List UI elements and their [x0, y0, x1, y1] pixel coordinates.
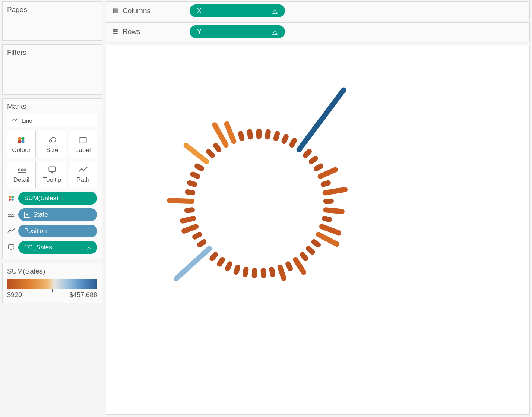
rows-shelf[interactable]: Rows Y△ — [106, 22, 530, 41]
svg-point-5 — [51, 137, 56, 142]
pages-title: Pages — [7, 6, 97, 14]
size-button[interactable]: Size — [38, 131, 67, 158]
svg-line-46 — [308, 249, 312, 252]
svg-line-34 — [305, 152, 309, 155]
svg-line-41 — [326, 210, 342, 211]
mark-type-dropdown[interactable]: Line — [7, 114, 97, 127]
tooltip-icon — [47, 165, 57, 175]
svg-point-1 — [21, 137, 25, 140]
svg-line-54 — [245, 269, 246, 275]
viz-canvas[interactable] — [106, 45, 530, 415]
svg-point-18 — [10, 214, 12, 215]
pill-x[interactable]: X△ — [190, 4, 285, 17]
svg-point-17 — [9, 214, 10, 215]
svg-line-36 — [316, 166, 321, 168]
size-icon — [47, 135, 57, 145]
mark-pill-colour: SUM(Sales) — [7, 192, 97, 205]
svg-line-70 — [186, 145, 207, 162]
mark-pill-detail: +State — [7, 208, 97, 221]
path-button[interactable]: Path — [69, 161, 97, 188]
pill-state[interactable]: +State — [18, 208, 97, 221]
svg-line-30 — [276, 133, 278, 139]
svg-point-0 — [18, 137, 22, 140]
detail-icon — [7, 211, 15, 219]
radial-chart — [106, 45, 529, 414]
rows-icon — [111, 28, 119, 35]
marks-panel: Marks Line Colour Size — [2, 98, 102, 259]
colour-icon — [7, 194, 15, 202]
legend-gradient — [7, 279, 97, 289]
svg-point-8 — [18, 169, 20, 171]
line-icon — [11, 117, 19, 124]
filters-title: Filters — [7, 48, 97, 57]
svg-line-29 — [267, 132, 268, 137]
pill-tc-sales[interactable]: TC_Sales△ — [18, 241, 97, 254]
svg-line-33 — [299, 90, 344, 149]
svg-line-63 — [183, 218, 193, 221]
marks-title: Marks — [7, 102, 97, 111]
delta-icon: △ — [272, 7, 278, 15]
path-icon — [7, 227, 15, 235]
columns-shelf[interactable]: Columns X△ — [106, 1, 530, 20]
svg-line-73 — [215, 125, 226, 145]
label-icon: T — [78, 135, 88, 145]
svg-line-64 — [187, 210, 192, 210]
svg-point-3 — [21, 140, 25, 143]
legend-max: $457,688 — [69, 291, 97, 299]
label-button[interactable]: T Label — [69, 131, 97, 158]
svg-line-45 — [314, 242, 318, 245]
svg-line-48 — [295, 260, 304, 272]
svg-line-57 — [219, 260, 222, 264]
svg-line-74 — [227, 124, 234, 141]
tooltip-icon — [7, 243, 15, 252]
svg-rect-27 — [113, 33, 117, 34]
tooltip-button[interactable]: Tooltip — [38, 161, 67, 188]
svg-line-68 — [193, 174, 198, 176]
svg-point-19 — [13, 214, 14, 215]
svg-line-75 — [241, 133, 242, 139]
svg-line-44 — [319, 234, 337, 244]
svg-point-2 — [18, 140, 22, 143]
svg-line-61 — [195, 234, 199, 237]
svg-rect-25 — [113, 29, 117, 30]
pill-y[interactable]: Y△ — [190, 25, 285, 38]
columns-icon — [111, 7, 119, 15]
delta-icon: △ — [87, 244, 91, 250]
svg-line-32 — [292, 140, 294, 145]
detail-icon — [16, 165, 26, 175]
delta-icon: △ — [272, 28, 278, 36]
svg-line-42 — [324, 218, 329, 219]
chevron-down-icon[interactable] — [86, 114, 97, 127]
svg-line-43 — [322, 227, 339, 233]
colour-button[interactable]: Colour — [7, 131, 36, 158]
svg-point-9 — [21, 169, 23, 171]
rows-label: Rows — [123, 28, 140, 36]
mark-pill-path: Position — [7, 225, 97, 237]
svg-line-60 — [200, 242, 204, 245]
path-icon — [78, 165, 88, 175]
svg-line-65 — [170, 200, 192, 201]
svg-point-10 — [24, 169, 26, 171]
svg-line-62 — [184, 227, 196, 231]
pill-position[interactable]: Position — [18, 225, 97, 237]
pages-panel[interactable]: Pages — [2, 1, 102, 41]
svg-line-53 — [254, 271, 255, 276]
svg-line-35 — [311, 158, 316, 162]
pill-sum-sales[interactable]: SUM(Sales) — [18, 192, 97, 205]
svg-line-56 — [228, 264, 230, 269]
svg-line-50 — [280, 267, 284, 278]
svg-line-67 — [190, 183, 194, 184]
colour-legend[interactable]: SUM(Sales) $920 $457,688 — [2, 263, 102, 303]
mark-pill-tooltip: TC_Sales△ — [7, 241, 97, 254]
filters-panel[interactable]: Filters — [2, 44, 102, 95]
svg-rect-21 — [9, 245, 14, 249]
svg-line-31 — [284, 136, 286, 141]
svg-line-38 — [323, 183, 328, 184]
svg-line-52 — [263, 271, 264, 276]
detail-button[interactable]: Detail — [7, 161, 36, 188]
svg-line-47 — [303, 255, 306, 259]
svg-text:T: T — [82, 138, 85, 143]
legend-tick — [52, 289, 53, 292]
svg-point-14 — [11, 196, 13, 198]
svg-line-66 — [187, 192, 193, 193]
